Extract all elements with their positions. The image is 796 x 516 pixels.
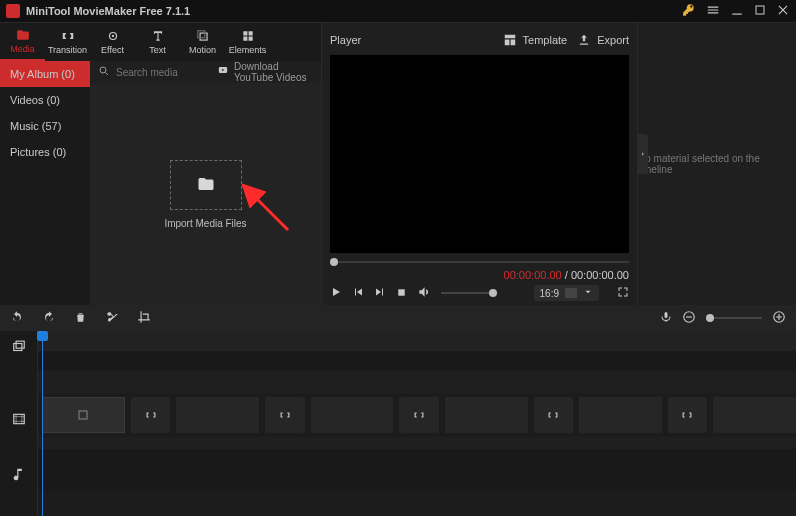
tab-motion[interactable]: Motion	[180, 23, 225, 61]
playhead[interactable]	[42, 331, 43, 516]
minimize-button[interactable]	[730, 3, 744, 19]
svg-rect-11	[14, 344, 22, 351]
clip-placeholder[interactable]	[311, 397, 394, 433]
delete-button[interactable]	[74, 311, 87, 326]
audio-track-icon[interactable]	[0, 453, 38, 495]
transition-slot[interactable]	[668, 397, 707, 433]
youtube-icon	[216, 65, 230, 79]
prev-frame-button[interactable]	[352, 286, 364, 300]
export-icon	[577, 33, 591, 47]
tab-effect[interactable]: Effect	[90, 23, 135, 61]
maximize-button[interactable]	[754, 4, 766, 18]
transition-slot[interactable]	[534, 397, 573, 433]
fullscreen-button[interactable]	[617, 286, 629, 300]
youtube-label: Download YouTube Videos	[234, 61, 313, 83]
crop-button[interactable]	[137, 310, 151, 326]
tab-label: Elements	[229, 45, 267, 55]
clip-placeholder[interactable]	[579, 397, 662, 433]
sidebar-item-label: Music (57)	[10, 120, 61, 132]
chevron-down-icon	[577, 287, 599, 299]
titlebar: MiniTool MovieMaker Free 7.1.1	[0, 0, 796, 22]
clip-placeholder[interactable]	[713, 397, 796, 433]
sidebar-item-music[interactable]: Music (57)	[0, 113, 90, 139]
svg-point-2	[111, 35, 113, 37]
mic-icon[interactable]	[660, 311, 672, 325]
timeline-area	[0, 305, 796, 516]
transition-slot[interactable]	[131, 397, 170, 433]
audio-track[interactable]	[38, 449, 796, 491]
transition-slot[interactable]	[399, 397, 438, 433]
menu-icon[interactable]	[706, 3, 720, 19]
tab-text[interactable]: Text	[135, 23, 180, 61]
sidebar-item-label: My Album (0)	[10, 68, 75, 80]
close-button[interactable]	[776, 3, 790, 19]
export-button[interactable]: Export	[577, 33, 629, 47]
timeline[interactable]	[0, 331, 796, 516]
volume-slider[interactable]	[441, 292, 497, 294]
overlay-track-icon[interactable]	[0, 331, 38, 363]
time-current: 00:00:00.00	[504, 269, 562, 281]
sidebar-item-pictures[interactable]: Pictures (0)	[0, 139, 90, 165]
media-categories: My Album (0) Videos (0) Music (57) Pictu…	[0, 61, 90, 305]
undo-button[interactable]	[10, 310, 24, 326]
import-media-label: Import Media Files	[164, 218, 246, 229]
timeline-ruler[interactable]	[38, 331, 796, 351]
redo-button[interactable]	[42, 310, 56, 326]
tab-media[interactable]: Media	[0, 23, 45, 61]
player-panel: Player Template Export 00:00:00.00 / 00:…	[322, 23, 638, 305]
transition-slot[interactable]	[265, 397, 304, 433]
sidebar-item-label: Videos (0)	[10, 94, 60, 106]
svg-point-5	[100, 67, 106, 73]
clip-placeholder[interactable]	[176, 397, 259, 433]
search-icon	[98, 65, 112, 79]
import-media-box[interactable]	[170, 160, 242, 210]
clip-placeholder[interactable]	[42, 397, 125, 433]
download-youtube-button[interactable]: Download YouTube Videos	[216, 61, 313, 83]
svg-rect-3	[200, 33, 207, 40]
video-track-icon[interactable]	[0, 397, 38, 441]
time-total: 00:00:00.00	[571, 269, 629, 281]
search-input[interactable]	[116, 67, 216, 78]
text-icon	[150, 29, 166, 43]
svg-rect-12	[16, 341, 24, 348]
split-button[interactable]	[105, 310, 119, 326]
expand-inspector-button[interactable]	[638, 134, 648, 174]
zoom-out-button[interactable]	[682, 310, 696, 326]
volume-icon[interactable]	[417, 285, 431, 301]
stop-button[interactable]	[396, 287, 407, 300]
template-button[interactable]: Template	[503, 33, 568, 47]
zoom-in-button[interactable]	[772, 310, 786, 326]
module-tabs: Media Transition Effect Text Motion Elem…	[0, 23, 321, 61]
folder-icon	[15, 28, 31, 42]
tab-label: Text	[149, 45, 166, 55]
sidebar-item-myalbum[interactable]: My Album (0)	[0, 61, 90, 87]
media-panel: Media Transition Effect Text Motion Elem…	[0, 23, 322, 305]
video-track[interactable]	[38, 393, 796, 437]
tab-label: Effect	[101, 45, 124, 55]
progress-scrubber[interactable]	[330, 257, 629, 267]
transition-icon	[60, 29, 76, 43]
inspector-empty-text: No material selected on the timeline	[638, 153, 796, 175]
clip-placeholder[interactable]	[445, 397, 528, 433]
license-key-icon[interactable]	[682, 3, 696, 19]
tab-label: Transition	[48, 45, 87, 55]
video-preview[interactable]	[330, 55, 629, 253]
player-title: Player	[330, 34, 503, 46]
tab-transition[interactable]: Transition	[45, 23, 90, 61]
folder-icon	[195, 175, 217, 195]
sidebar-item-videos[interactable]: Videos (0)	[0, 87, 90, 113]
next-frame-button[interactable]	[374, 286, 386, 300]
template-icon	[503, 33, 517, 47]
timeline-toolbar	[0, 305, 796, 331]
tab-label: Media	[10, 44, 35, 54]
svg-rect-14	[79, 411, 87, 419]
tab-elements[interactable]: Elements	[225, 23, 270, 61]
timecode-display: 00:00:00.00 / 00:00:00.00	[330, 269, 629, 281]
svg-rect-13	[14, 414, 25, 423]
play-button[interactable]	[330, 286, 342, 300]
effect-icon	[105, 29, 121, 43]
zoom-slider[interactable]	[706, 317, 762, 319]
svg-rect-7	[398, 289, 404, 295]
svg-rect-0	[756, 6, 764, 14]
aspect-ratio-select[interactable]: 16:9	[534, 285, 599, 301]
